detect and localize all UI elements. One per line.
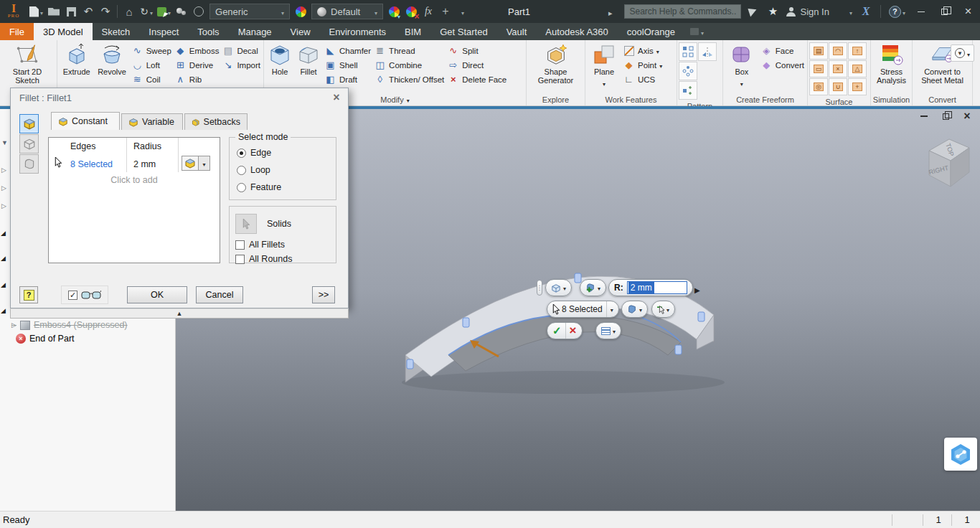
tab-sketch[interactable]: Sketch <box>93 23 140 40</box>
tab-3d-model[interactable]: 3D Model <box>34 23 93 40</box>
freeform-convert-button[interactable]: Convert <box>759 58 806 72</box>
fillet-type-button[interactable] <box>623 301 646 317</box>
hole-button[interactable]: Hole <box>265 41 294 76</box>
select-other-button[interactable] <box>654 301 673 317</box>
material-select[interactable]: Generic <box>209 4 290 19</box>
favorites-button[interactable] <box>764 2 781 21</box>
tree-collapse-icon[interactable] <box>1 307 6 314</box>
circular-pattern-button[interactable] <box>679 62 697 80</box>
decal-button[interactable]: Decal <box>220 44 262 57</box>
dialog-collapse-handle[interactable] <box>10 308 349 319</box>
panel-label-work-features[interactable]: Work Features <box>585 93 677 105</box>
tree-collapse-icon[interactable] <box>1 255 6 262</box>
tab-tools[interactable]: Tools <box>188 23 228 40</box>
all-fillets-checkbox[interactable]: All Fillets <box>235 240 285 250</box>
rib-button[interactable]: Rib <box>173 72 221 86</box>
fillet-shape-dropdown[interactable] <box>199 156 210 171</box>
add-qat-button[interactable] <box>437 2 454 21</box>
rectangular-pattern-button[interactable] <box>679 42 697 61</box>
ok-button[interactable]: OK <box>127 286 187 303</box>
redo-button[interactable] <box>97 2 114 21</box>
tab-view[interactable]: View <box>281 23 320 40</box>
radio-loop[interactable]: Loop <box>237 165 270 175</box>
solids-select-button[interactable] <box>235 214 257 234</box>
emboss-button[interactable]: Emboss <box>173 44 221 57</box>
continue-mode-button[interactable] <box>547 280 570 296</box>
cancel-button[interactable]: Cancel <box>196 286 243 303</box>
mini-toolbar-grip[interactable] <box>537 280 542 296</box>
extrude-button[interactable]: Extrude <box>59 41 94 76</box>
tab-vault[interactable]: Vault <box>497 23 537 40</box>
3d-part-model[interactable] <box>391 240 728 398</box>
panel-label-explore[interactable]: Explore <box>527 93 585 105</box>
communication-center-button[interactable] <box>744 2 761 21</box>
new-file-button[interactable] <box>27 2 45 21</box>
adjust-appearance-button[interactable] <box>385 2 402 21</box>
restore-button[interactable] <box>934 0 955 23</box>
tab-autodesk-a360[interactable]: Autodesk A360 <box>536 23 617 40</box>
apply-button[interactable] <box>549 323 565 339</box>
thread-button[interactable]: Thread <box>372 44 446 57</box>
loft-button[interactable]: Loft <box>130 58 173 72</box>
browser-item-emboss4[interactable]: Emboss4 (Suppressed) <box>11 320 128 330</box>
panel-label-simulation[interactable]: Simulation <box>871 93 912 105</box>
doc-restore-button[interactable] <box>937 110 954 122</box>
options-button[interactable] <box>598 323 619 339</box>
plane-button[interactable]: Plane <box>587 41 621 89</box>
all-rounds-checkbox[interactable]: All Rounds <box>235 254 292 264</box>
browser-filter-icon[interactable] <box>1 139 8 146</box>
tab-inspect[interactable]: Inspect <box>139 23 188 40</box>
tree-expand-icon[interactable] <box>11 321 17 329</box>
surface-tool-button[interactable]: △ <box>848 60 867 77</box>
draft-button[interactable]: Draft <box>323 72 372 86</box>
combine-button[interactable]: Combine <box>372 58 446 72</box>
doc-minimize-button[interactable] <box>915 110 933 122</box>
preview-toggle[interactable] <box>61 286 108 304</box>
search-input[interactable] <box>624 4 741 19</box>
edges-selected-link[interactable]: 8 Selected <box>70 159 113 169</box>
radio-feature[interactable]: Feature <box>237 182 281 192</box>
thicken-offset-button[interactable]: Thicken/ Offset <box>372 72 446 86</box>
surface-tool-button[interactable]: ◠ <box>829 42 847 60</box>
sketch-driven-pattern-button[interactable] <box>679 81 697 100</box>
tab-bim[interactable]: BIM <box>395 23 430 40</box>
split-button[interactable]: Split <box>446 44 508 57</box>
browser-item-end-of-part[interactable]: End of Part <box>16 334 75 344</box>
help-button[interactable] <box>887 2 908 21</box>
direct-button[interactable]: Direct <box>446 58 508 72</box>
full-round-fillet-button[interactable] <box>19 154 39 174</box>
delete-face-button[interactable]: Delete Face <box>446 72 508 86</box>
tree-collapse-icon[interactable] <box>1 230 6 237</box>
dialog-help-button[interactable] <box>19 286 38 303</box>
tree-expand-icon[interactable] <box>1 202 6 209</box>
update-button[interactable] <box>138 2 155 21</box>
appearance-globe-button[interactable] <box>190 2 207 21</box>
more-options-button[interactable]: >> <box>312 286 335 303</box>
material-balls-button[interactable] <box>173 2 190 21</box>
fillet-shape-button[interactable] <box>182 156 199 171</box>
radius-input[interactable]: 2 mm <box>627 281 687 294</box>
panel-label-convert[interactable]: Convert <box>913 93 972 105</box>
save-button[interactable] <box>62 2 80 21</box>
exchange-apps-button[interactable] <box>857 2 875 21</box>
tree-expand-icon[interactable] <box>1 184 6 192</box>
appearance-wheel-button[interactable] <box>292 2 309 21</box>
tab-file[interactable]: File <box>0 23 34 40</box>
mirror-button[interactable] <box>698 42 717 61</box>
dialog-title-bar[interactable]: Fillet : Fillet1 <box>11 88 348 107</box>
ucs-button[interactable]: UCS <box>621 72 664 86</box>
tab-constant[interactable]: Constant <box>51 112 120 130</box>
surface-tool-button[interactable]: ▭ <box>809 60 828 77</box>
a360-share-widget[interactable] <box>944 438 977 471</box>
chamfer-button[interactable]: Chamfer <box>323 44 372 57</box>
surface-tool-button[interactable]: ◎ <box>809 78 828 95</box>
surface-tool-button[interactable]: + <box>848 78 867 95</box>
tab-overflow-button[interactable] <box>684 23 710 40</box>
shape-generator-button[interactable]: Shape Generator <box>531 41 581 85</box>
qat-customize-button[interactable] <box>454 2 471 21</box>
stress-analysis-button[interactable]: Stress Analysis <box>873 41 910 85</box>
tree-expand-icon[interactable] <box>1 166 6 174</box>
axis-button[interactable]: Axis <box>621 44 664 57</box>
parameters-button[interactable] <box>420 2 437 21</box>
home-button[interactable] <box>121 2 138 21</box>
